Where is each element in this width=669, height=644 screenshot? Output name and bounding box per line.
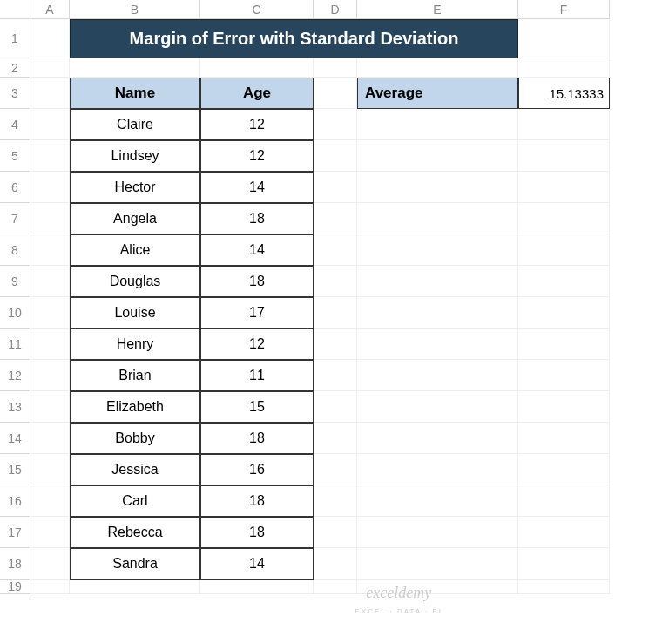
cell[interactable] [30,517,70,548]
table-cell-name[interactable]: Louise [70,297,200,329]
row-header-4[interactable]: 4 [0,109,30,140]
cell[interactable] [314,234,357,266]
cell[interactable] [518,19,610,58]
row-header-9[interactable]: 9 [0,266,30,297]
cell[interactable] [314,391,357,423]
cell[interactable] [357,329,518,360]
cell[interactable] [357,140,518,172]
cell[interactable] [518,172,610,203]
cell[interactable] [30,109,70,140]
cell[interactable] [357,485,518,517]
cell[interactable] [30,391,70,423]
cell[interactable] [30,58,70,78]
column-header-D[interactable]: D [314,0,357,19]
row-header-18[interactable]: 18 [0,548,30,580]
cell[interactable] [314,517,357,548]
cell[interactable] [314,485,357,517]
cell[interactable] [200,580,314,594]
table-cell-name[interactable]: Lindsey [70,140,200,172]
cell[interactable] [30,548,70,580]
cell[interactable] [70,58,200,78]
cell[interactable] [357,548,518,580]
cell[interactable] [357,423,518,454]
table-cell-age[interactable]: 12 [200,109,314,140]
cell[interactable] [30,485,70,517]
table-cell-age[interactable]: 18 [200,423,314,454]
cell[interactable] [518,485,610,517]
cell[interactable] [518,517,610,548]
table-cell-age[interactable]: 18 [200,266,314,297]
cell[interactable] [518,329,610,360]
table-cell-name[interactable]: Angela [70,203,200,234]
table-cell-name[interactable]: Jessica [70,454,200,485]
cell[interactable] [357,58,518,78]
table-cell-age[interactable]: 17 [200,297,314,329]
cell[interactable] [314,580,357,594]
row-header-11[interactable]: 11 [0,329,30,360]
table-cell-name[interactable]: Rebecca [70,517,200,548]
table-cell-name[interactable]: Henry [70,329,200,360]
table-cell-name[interactable]: Carl [70,485,200,517]
column-header-B[interactable]: B [70,0,200,19]
cell[interactable] [357,391,518,423]
row-header-6[interactable]: 6 [0,172,30,203]
column-header-A[interactable]: A [30,0,70,19]
row-header-7[interactable]: 7 [0,203,30,234]
table-cell-age[interactable]: 14 [200,548,314,580]
cell[interactable] [357,454,518,485]
cell[interactable] [357,203,518,234]
row-header-14[interactable]: 14 [0,423,30,454]
row-header-17[interactable]: 17 [0,517,30,548]
cell[interactable] [518,360,610,391]
cell[interactable] [30,266,70,297]
cell[interactable] [314,423,357,454]
cell[interactable] [70,580,200,594]
column-header-C[interactable]: C [200,0,314,19]
cell[interactable] [518,454,610,485]
select-all-corner[interactable] [0,0,30,19]
row-header-19[interactable]: 19 [0,580,30,594]
row-header-5[interactable]: 5 [0,140,30,172]
cell[interactable] [314,58,357,78]
cell[interactable] [314,297,357,329]
table-cell-name[interactable]: Claire [70,109,200,140]
average-label[interactable]: Average [357,78,518,109]
row-header-13[interactable]: 13 [0,391,30,423]
cell[interactable] [314,360,357,391]
cell[interactable] [30,19,70,58]
table-cell-age[interactable]: 14 [200,234,314,266]
cell[interactable] [314,454,357,485]
table-cell-name[interactable]: Douglas [70,266,200,297]
average-value[interactable]: 15.13333 [518,78,610,109]
cell[interactable] [314,203,357,234]
cell[interactable] [30,203,70,234]
cell[interactable] [518,266,610,297]
cell[interactable] [30,234,70,266]
cell[interactable] [518,548,610,580]
table-cell-age[interactable]: 15 [200,391,314,423]
row-header-10[interactable]: 10 [0,297,30,329]
row-header-12[interactable]: 12 [0,360,30,391]
table-cell-name[interactable]: Sandra [70,548,200,580]
cell[interactable] [518,234,610,266]
table-cell-name[interactable]: Elizabeth [70,391,200,423]
row-header-2[interactable]: 2 [0,58,30,78]
cell[interactable] [30,78,70,109]
table-cell-age[interactable]: 16 [200,454,314,485]
cell[interactable] [314,172,357,203]
row-header-16[interactable]: 16 [0,485,30,517]
table-cell-name[interactable]: Bobby [70,423,200,454]
cell[interactable] [30,423,70,454]
cell[interactable] [357,234,518,266]
cell[interactable] [357,360,518,391]
cell[interactable] [314,548,357,580]
table-header-age[interactable]: Age [200,78,314,109]
table-cell-age[interactable]: 14 [200,172,314,203]
table-cell-age[interactable]: 18 [200,203,314,234]
cell[interactable] [357,297,518,329]
cell[interactable] [30,297,70,329]
cell[interactable] [518,423,610,454]
cell[interactable] [30,140,70,172]
row-header-8[interactable]: 8 [0,234,30,266]
cell[interactable] [30,454,70,485]
